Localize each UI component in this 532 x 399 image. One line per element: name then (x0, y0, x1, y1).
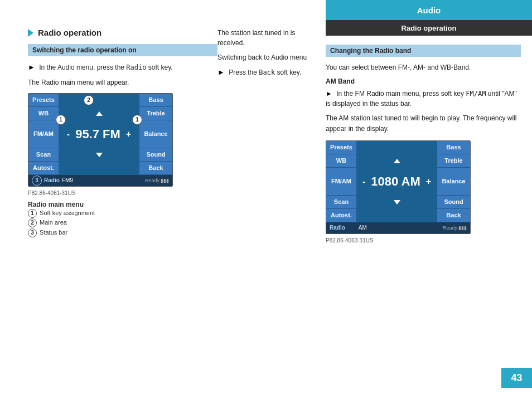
radio-row-2: WB Treble (28, 107, 172, 120)
am-bass-btn[interactable]: Bass (437, 141, 470, 154)
center-1 (59, 94, 139, 107)
am-fmam-btn[interactable]: FM/AM (326, 168, 357, 196)
am-balance-btn[interactable]: Balance (437, 168, 470, 196)
instruction-text-2: The Radio main menu will appear. (28, 77, 217, 87)
middle-section: The station last tuned in is received. S… (217, 28, 323, 82)
subsection-header-right: Changing the Radio band (326, 45, 521, 57)
right-arrow-1: ► (326, 90, 332, 98)
status-label-am: Radio (330, 225, 345, 231)
am-center-5 (357, 209, 437, 222)
subsection-header-switch: Switching the radio operation on (28, 44, 217, 56)
am-wb-btn[interactable]: WB (326, 154, 357, 168)
am-freq-display: 1080 AM (371, 174, 420, 189)
fmam-btn[interactable]: FM/AM (28, 120, 59, 148)
status-label-fm: Radio (44, 177, 60, 183)
right-section: Changing the Radio band You can select b… (326, 45, 521, 244)
am-autost-btn[interactable]: Autost. (326, 209, 357, 222)
presets-btn[interactable]: Presets (28, 94, 59, 107)
middle-text-1: The station last tuned in is received. (217, 28, 323, 48)
am-back-btn[interactable]: Back (437, 209, 470, 222)
am-scan-btn[interactable]: Scan (326, 196, 357, 209)
freq-arrow-down[interactable] (96, 153, 103, 157)
status-right-am: Ready ▮▮▮ (443, 225, 467, 231)
radio-row-4: Scan Sound (28, 148, 172, 162)
radio-row-5: Autost. Back (28, 162, 172, 175)
middle-instruction: ► Press the Back soft key. (217, 67, 323, 78)
sound-btn[interactable]: Sound (139, 148, 172, 162)
status-right-fm: Ready ▮▮▮ (145, 178, 169, 183)
badge-circle-2: 2 (28, 218, 37, 227)
caption-title: Radio main menu (28, 201, 217, 208)
back-btn[interactable]: Back (139, 162, 172, 175)
am-band-title: AM Band (326, 77, 521, 85)
radio-display-fm: Presets Bass WB Treble (28, 93, 173, 187)
wb-btn[interactable]: WB (28, 107, 59, 120)
caption-item-2: 2 Main area (28, 218, 217, 228)
scan-btn[interactable]: Scan (28, 148, 59, 162)
figure-caption-am: P82.86-4063-31US (326, 237, 521, 244)
middle-text-2: Switching back to Audio menu (217, 52, 323, 62)
am-row-freq: FM/AM - 1080 AM + Balance (326, 168, 470, 196)
status-num-am: AM (359, 225, 367, 231)
radio-display-am: Presets Bass WB Treble (326, 140, 471, 234)
instruction-step-1: ► In the Audio menu, press the Radio sof… (28, 62, 217, 73)
am-row-4: Scan Sound (326, 196, 470, 209)
freq-center: - 95.7 FM + (59, 120, 139, 148)
am-center-2 (357, 154, 437, 168)
freq-arrow-up[interactable] (96, 111, 103, 116)
am-center-4 (357, 196, 437, 209)
right-text-1: You can select between FM-, AM- and WB-B… (326, 62, 521, 73)
am-sound-btn[interactable]: Sound (437, 196, 470, 209)
radio-row-freq: FM/AM - 95.7 FM + Balance (28, 120, 172, 148)
page-number-text: 43 (511, 372, 522, 384)
section-title-triangle (28, 29, 33, 37)
figure-caption-fm: P82.86-4061-31US (28, 190, 217, 196)
section-heading: Radio operation (38, 28, 101, 37)
header-radio-op-label: Radio operation (402, 24, 457, 32)
bass-btn[interactable]: Bass (139, 94, 172, 107)
am-presets-btn[interactable]: Presets (326, 141, 357, 154)
treble-btn[interactable]: Treble (139, 107, 172, 120)
am-row-1: Presets Bass (326, 141, 470, 154)
freq-display: 95.7 FM (75, 127, 120, 142)
balance-btn[interactable]: Balance (139, 120, 172, 148)
autost-btn[interactable]: Autost. (28, 162, 59, 175)
am-treble-btn[interactable]: Treble (437, 154, 470, 168)
badge-circle-1: 1 (28, 209, 37, 218)
radio-status-fm: 3 Radio FM9 Ready ▮▮▮ (28, 175, 172, 186)
radio-row-1: Presets Bass (28, 94, 172, 107)
right-instruction-1: ► In the FM Radio main menu, press soft … (326, 89, 521, 109)
badge-1-left-fm: 1 (56, 115, 66, 125)
radio-status-am: Radio AM Ready ▮▮▮ (326, 222, 470, 233)
center-5 (59, 162, 139, 175)
am-minus-btn[interactable]: - (360, 177, 367, 187)
right-text-2: The AM station last tuned to will begin … (326, 113, 521, 134)
header-audio-banner: Audio (326, 0, 532, 20)
status-num-fm: FM9 (62, 177, 73, 183)
center-2 (59, 107, 139, 120)
am-plus-btn[interactable]: + (424, 177, 433, 187)
am-row-2: WB Treble (326, 154, 470, 168)
am-freq-arrow-down[interactable] (394, 200, 400, 205)
middle-arrow: ► (217, 68, 225, 76)
am-row-5: Autost. Back (326, 209, 470, 222)
plus-btn[interactable]: + (124, 129, 133, 139)
am-freq-center: - 1080 AM + (357, 168, 437, 196)
badge-1-right-fm: 1 (132, 115, 142, 125)
badge-3-fm: 3 (32, 176, 42, 186)
left-section: Radio operation Switching the radio oper… (28, 28, 217, 237)
badge-circle-3: 3 (28, 228, 37, 237)
step-arrow-1: ► (28, 63, 35, 71)
am-freq-arrow-up[interactable] (394, 159, 400, 163)
minus-btn[interactable]: - (65, 129, 72, 139)
caption-item-3: 3 Status bar (28, 228, 217, 238)
radio-rows-fm: Presets Bass WB Treble (28, 94, 172, 186)
section-title: Radio operation (28, 28, 217, 37)
badge-2-fm: 2 (84, 95, 94, 105)
center-4 (59, 148, 139, 162)
header-audio-label: Audio (417, 6, 441, 15)
am-center-1 (357, 141, 437, 154)
radio-rows-am: Presets Bass WB Treble (326, 141, 470, 233)
caption-item-1: 1 Soft key assignment (28, 208, 217, 218)
header-radio-op-banner: Radio operation (326, 20, 532, 36)
